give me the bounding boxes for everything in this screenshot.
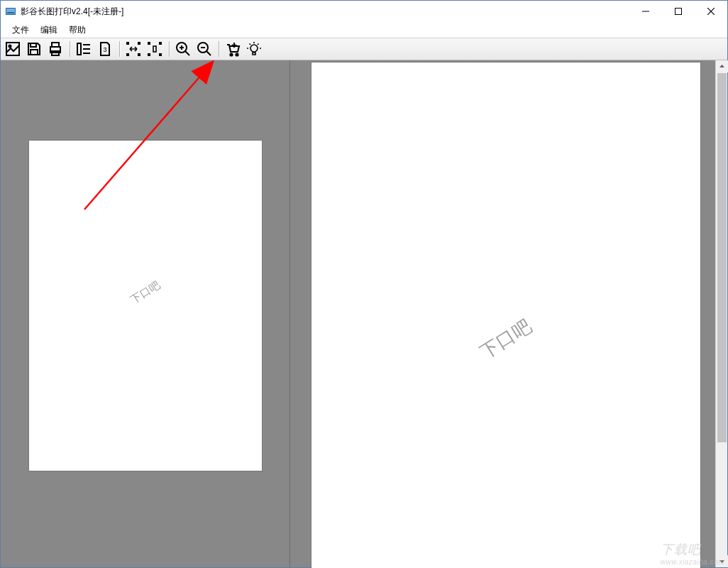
svg-point-6 [9, 45, 11, 48]
svg-point-34 [236, 53, 238, 55]
svg-point-35 [250, 45, 258, 52]
menu-edit[interactable]: 编辑 [35, 23, 63, 38]
right-pane[interactable]: 下口吧 [290, 60, 727, 567]
scroll-up-button[interactable] [716, 60, 728, 72]
svg-rect-25 [153, 46, 156, 52]
save-button[interactable] [23, 38, 45, 60]
menu-file[interactable]: 文件 [6, 23, 35, 38]
scroll-thumb[interactable] [717, 73, 727, 442]
titlebar[interactable]: 影谷长图打印v2.4[-未注册-] [1, 1, 727, 22]
menubar: 文件 编辑 帮助 [1, 22, 727, 38]
zoom-out-button[interactable] [194, 38, 215, 60]
watermark-text: 下口吧 [128, 278, 162, 307]
svg-rect-17 [126, 42, 129, 45]
preview-page[interactable]: 下口吧 [311, 62, 700, 568]
svg-rect-8 [31, 50, 38, 55]
svg-line-31 [206, 51, 211, 55]
thumbnail-page[interactable]: 下口吧 [29, 141, 262, 471]
svg-rect-18 [138, 42, 140, 45]
content-area: 下口吧 下口吧 [1, 60, 727, 567]
maximize-button[interactable] [662, 1, 695, 22]
svg-rect-22 [159, 42, 162, 45]
svg-rect-21 [148, 42, 150, 45]
toolbar-separator [216, 39, 221, 59]
page-number-button[interactable]: 3 [94, 38, 116, 60]
window-controls [629, 1, 727, 22]
cart-button[interactable] [222, 38, 243, 60]
scroll-down-button[interactable] [716, 555, 728, 567]
svg-rect-7 [31, 43, 36, 47]
svg-line-27 [185, 51, 189, 55]
fit-width-button[interactable] [123, 38, 144, 60]
svg-rect-23 [148, 53, 150, 56]
svg-rect-24 [159, 53, 162, 56]
menu-help[interactable]: 帮助 [63, 23, 92, 38]
window-title: 影谷长图打印v2.4[-未注册-] [21, 6, 123, 18]
watermark-text: 下口吧 [476, 314, 536, 364]
toolbar-separator [167, 39, 171, 59]
left-pane[interactable]: 下口吧 [1, 60, 290, 567]
svg-rect-20 [138, 53, 140, 56]
svg-rect-5 [6, 43, 19, 55]
svg-text:3: 3 [103, 46, 106, 53]
svg-rect-12 [77, 43, 81, 55]
print-button[interactable] [45, 38, 66, 60]
app-window: 影谷长图打印v2.4[-未注册-] 文件 编辑 帮助 3 [0, 0, 728, 568]
vertical-scrollbar[interactable] [715, 60, 727, 567]
app-icon [5, 6, 16, 17]
toolbar: 3 [1, 38, 727, 60]
svg-point-33 [230, 53, 232, 55]
svg-line-40 [258, 44, 259, 45]
svg-line-39 [250, 44, 251, 45]
svg-rect-2 [7, 12, 14, 13]
zoom-in-button[interactable] [172, 38, 194, 60]
svg-rect-19 [126, 53, 129, 56]
close-button[interactable] [695, 1, 727, 22]
svg-rect-3 [642, 11, 649, 12]
minimize-button[interactable] [629, 1, 662, 22]
fit-page-button[interactable] [144, 38, 165, 60]
svg-rect-10 [52, 43, 59, 47]
page-list-button[interactable] [73, 38, 94, 60]
toolbar-separator [67, 39, 72, 59]
svg-rect-4 [675, 9, 682, 15]
tips-button[interactable] [243, 38, 265, 60]
open-image-button[interactable] [2, 38, 23, 60]
toolbar-separator [117, 39, 121, 59]
